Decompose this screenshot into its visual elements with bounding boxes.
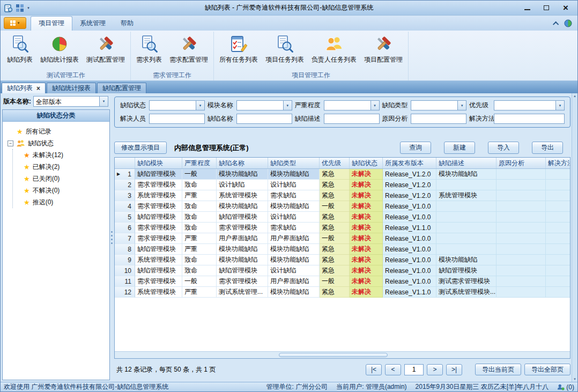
chevron-down-icon[interactable]: ▼ (370, 101, 379, 110)
table-cell[interactable] (436, 180, 497, 190)
table-cell[interactable]: 需求管理模块 (135, 223, 182, 233)
chevron-down-icon[interactable]: ▼ (99, 97, 108, 106)
row-selector-cell[interactable]: 2 (115, 180, 135, 190)
filter-select[interactable]: ▼ (324, 100, 380, 110)
table-row[interactable]: 9系统管理模块致命模块功能缺陷模块功能缺陷紧急未解决Release_V1.0.0… (115, 255, 570, 265)
table-cell[interactable]: Release_V1.2.0 (383, 190, 436, 201)
row-selector-cell[interactable]: 11 (115, 276, 135, 287)
table-cell[interactable]: 严重 (182, 244, 217, 255)
row-selector-cell[interactable]: 4 (115, 201, 135, 212)
table-cell[interactable]: 紧急 (320, 265, 350, 276)
horizontal-scrollbar[interactable] (115, 351, 570, 358)
table-cell[interactable] (546, 265, 570, 276)
table-cell[interactable] (497, 212, 546, 223)
ribbon-button[interactable]: 需求列表 (132, 34, 166, 65)
table-cell[interactable]: 模块功能缺陷 (436, 169, 497, 180)
tree-item[interactable]: ★不解决(0) (13, 184, 108, 196)
table-cell[interactable]: Release_V1.0.0 (383, 276, 436, 287)
table-cell[interactable]: 系统管理模块 (135, 255, 182, 265)
row-selector-cell[interactable]: 6 (115, 223, 135, 233)
table-cell[interactable]: Release_V1.0.0 (383, 233, 436, 244)
table-cell[interactable]: 系统管理模块 (436, 190, 497, 201)
column-header[interactable]: 原因分析 (497, 158, 546, 168)
table-cell[interactable]: 模块功能缺陷 (217, 244, 268, 255)
row-selector-cell[interactable]: ▶1 (115, 169, 135, 180)
table-row[interactable]: 7需求管理模块严重用户界面缺陷用户界面缺陷一般未解决Release_V1.0.0 (115, 233, 570, 244)
table-cell[interactable]: 紧急 (320, 169, 350, 180)
tab-close-icon[interactable]: × (36, 85, 40, 92)
table-cell[interactable]: 致命 (182, 201, 217, 212)
table-row[interactable]: 5缺陷管理模块致命缺陷管理模块设计缺陷紧急未解决Release_V1.0.0 (115, 212, 570, 223)
table-cell[interactable] (546, 169, 570, 180)
table-cell[interactable]: 缺陷管理模块 (436, 265, 497, 276)
filter-field-input[interactable] (494, 101, 564, 110)
table-cell[interactable]: 紧急 (320, 212, 350, 223)
table-row[interactable]: 11需求管理模块一般需求管理模块用户界面缺陷一般未解决Release_V1.0.… (115, 276, 570, 287)
scroll-up-icon[interactable]: ▲ (573, 94, 576, 98)
export-all-pages-button[interactable]: 导出全部页 (524, 364, 570, 375)
table-cell[interactable]: 致命 (182, 223, 217, 233)
row-selector-cell[interactable]: 10 (115, 265, 135, 276)
table-cell[interactable]: 模块功能缺陷 (268, 244, 320, 255)
column-header[interactable]: 解决方法 (546, 158, 570, 168)
doc-tab-defect-list[interactable]: 缺陷列表 × (2, 83, 46, 93)
table-cell[interactable]: 未解决 (350, 244, 383, 255)
doc-tab-defect-config[interactable]: 缺陷配置管理 (97, 83, 146, 93)
export-button[interactable]: 导出 (532, 142, 563, 154)
chevron-down-icon[interactable]: ▼ (555, 101, 564, 110)
table-cell[interactable] (546, 223, 570, 233)
table-cell[interactable]: 测试系统管理... (217, 287, 268, 298)
table-cell[interactable] (546, 180, 570, 190)
table-cell[interactable] (436, 201, 497, 212)
table-cell[interactable] (436, 244, 497, 255)
table-cell[interactable]: 设计缺陷 (268, 180, 320, 190)
table-cell[interactable]: 模块功能缺陷 (217, 169, 268, 180)
collapse-ribbon-icon[interactable] (553, 21, 559, 27)
row-selector-cell[interactable]: 9 (115, 255, 135, 265)
table-cell[interactable]: 紧急 (320, 244, 350, 255)
table-cell[interactable]: Release_V1.2.0 (383, 169, 436, 180)
table-cell[interactable]: 紧急 (320, 255, 350, 265)
ribbon-button[interactable]: 项目配置管理 (360, 34, 406, 65)
table-cell[interactable]: Release_V1.1.0 (383, 223, 436, 233)
table-cell[interactable]: 一般 (182, 276, 217, 287)
table-cell[interactable] (497, 180, 546, 190)
filter-select[interactable]: ▼ (411, 100, 466, 110)
table-cell[interactable]: 用户界面缺陷 (217, 233, 268, 244)
table-cell[interactable]: Release_V1.0.0 (383, 265, 436, 276)
filter-select[interactable]: ▼ (236, 100, 292, 110)
export-current-page-button[interactable]: 导出当前页 (475, 364, 521, 375)
chevron-down-icon[interactable]: ▼ (457, 101, 466, 110)
table-cell[interactable]: 需求管理模块 (217, 223, 268, 233)
table-cell[interactable] (546, 255, 570, 265)
table-cell[interactable] (497, 233, 546, 244)
table-cell[interactable]: 设计缺陷 (268, 265, 320, 276)
table-cell[interactable]: 一般 (320, 201, 350, 212)
filter-input[interactable] (411, 114, 466, 124)
collapse-expander-icon[interactable]: − (8, 140, 13, 146)
table-row[interactable]: 4需求管理模块致命模块功能缺陷模块功能缺陷一般未解决Release_V1.0.0 (115, 201, 570, 212)
filter-field-input[interactable] (494, 114, 564, 123)
row-selector-cell[interactable]: 3 (115, 190, 135, 201)
table-cell[interactable] (497, 244, 546, 255)
table-cell[interactable]: 未解决 (350, 169, 383, 180)
import-button[interactable]: 导入 (488, 142, 519, 154)
table-cell[interactable]: 未解决 (350, 233, 383, 244)
ribbon-tab-project[interactable]: 项目管理 (31, 16, 72, 31)
filter-select[interactable]: ▼ (494, 100, 565, 110)
table-cell[interactable]: 严重 (182, 287, 217, 298)
row-selector-cell[interactable]: 8 (115, 244, 135, 255)
doc-tab-defect-report[interactable]: 缺陷统计报表 (47, 83, 96, 93)
table-cell[interactable]: Release_V1.2.0 (383, 180, 436, 190)
table-cell[interactable]: 缺陷管理模块 (135, 244, 182, 255)
table-row[interactable]: 3系统管理模块严重系统管理模块需求缺陷紧急未解决Release_V1.2.0系统… (115, 190, 570, 201)
ribbon-button[interactable]: 项目任务列表 (262, 34, 308, 65)
ribbon-button[interactable]: 负责人任务列表 (308, 34, 360, 65)
table-row[interactable]: 8缺陷管理模块严重模块功能缺陷模块功能缺陷紧急未解决Release_V1.0.0 (115, 244, 570, 255)
ribbon-button[interactable]: 需求配置管理 (166, 34, 212, 65)
table-cell[interactable] (546, 244, 570, 255)
column-header[interactable]: 缺陷名称 (217, 158, 268, 168)
table-cell[interactable]: Release_V1.0.0 (383, 255, 436, 265)
table-cell[interactable]: 紧急 (320, 180, 350, 190)
table-cell[interactable]: 模块功能缺陷 (268, 255, 320, 265)
